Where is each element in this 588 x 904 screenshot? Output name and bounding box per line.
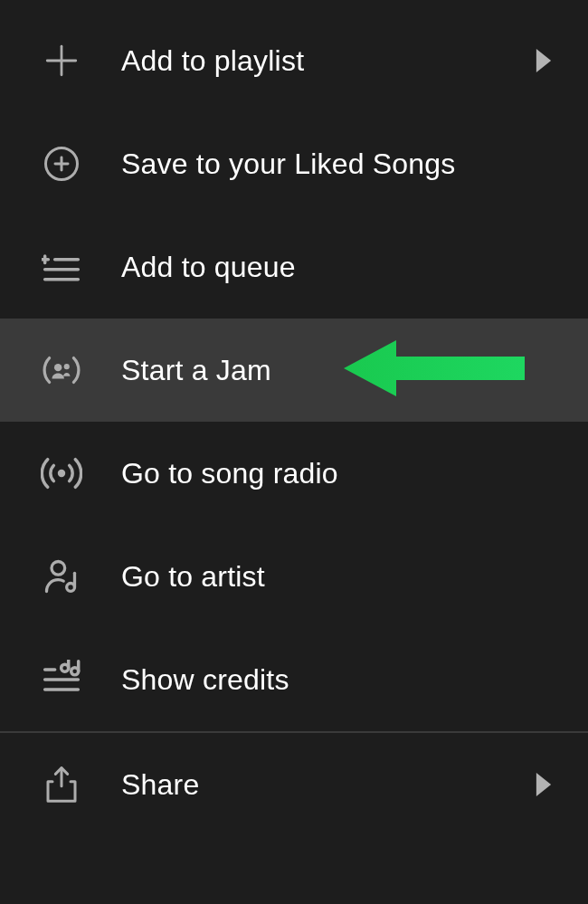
context-menu: Add to playlist Save to your Liked Songs <box>0 0 588 836</box>
menu-item-add-to-playlist[interactable]: Add to playlist <box>0 9 588 112</box>
jam-icon <box>40 348 83 392</box>
radio-icon <box>40 452 83 495</box>
menu-item-show-credits[interactable]: Show credits <box>0 628 588 731</box>
share-icon <box>40 763 83 806</box>
menu-item-label: Start a Jam <box>121 354 552 387</box>
chevron-right-icon <box>536 773 552 796</box>
plus-icon <box>40 39 83 82</box>
svg-marker-26 <box>536 773 551 796</box>
menu-item-label: Share <box>121 768 536 802</box>
credits-icon <box>40 658 83 701</box>
svg-point-12 <box>64 364 70 369</box>
menu-item-label: Add to queue <box>121 251 552 284</box>
menu-item-save-liked-songs[interactable]: Save to your Liked Songs <box>0 112 588 215</box>
svg-point-15 <box>52 562 65 576</box>
menu-item-label: Go to artist <box>121 560 552 594</box>
svg-point-14 <box>58 470 65 477</box>
menu-item-go-to-artist[interactable]: Go to artist <box>0 525 588 628</box>
menu-item-start-jam[interactable]: Start a Jam <box>0 319 588 422</box>
artist-icon <box>40 555 83 598</box>
add-circle-icon <box>40 142 83 186</box>
svg-marker-2 <box>536 49 551 72</box>
menu-item-song-radio[interactable]: Go to song radio <box>0 422 588 525</box>
menu-item-share[interactable]: Share <box>0 733 588 836</box>
svg-point-11 <box>54 364 62 371</box>
menu-item-label: Add to playlist <box>121 44 536 78</box>
chevron-right-icon <box>536 49 552 72</box>
queue-icon <box>40 245 83 289</box>
menu-item-label: Save to your Liked Songs <box>121 147 552 181</box>
menu-item-add-to-queue[interactable]: Add to queue <box>0 215 588 319</box>
menu-item-label: Show credits <box>121 663 552 697</box>
menu-item-label: Go to song radio <box>121 457 552 490</box>
